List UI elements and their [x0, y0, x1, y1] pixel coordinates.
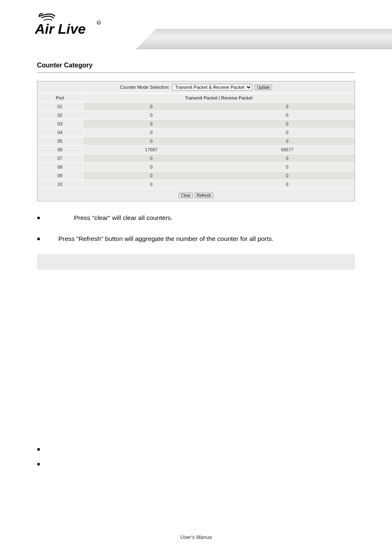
port-cell: 02: [37, 111, 83, 120]
bullet-square: ■: [37, 461, 355, 467]
mode-select[interactable]: Transmit Packet & Receive Packet: [172, 84, 252, 90]
mode-selection-row: Counter Mode Selection: Transmit Packet …: [37, 81, 355, 93]
port-cell: 09: [37, 171, 83, 180]
rx-cell: 0: [220, 120, 355, 128]
port-cell: 04: [37, 128, 83, 137]
page-header: Air Live R: [0, 0, 392, 47]
table-row: 0200: [37, 111, 355, 120]
tx-cell: 0: [83, 137, 220, 146]
update-button[interactable]: Update: [255, 85, 272, 90]
table-row: 0500: [37, 137, 355, 146]
table-row: 0700: [37, 154, 355, 163]
tx-cell: 0: [83, 120, 220, 128]
clear-button[interactable]: Clear: [179, 193, 193, 198]
counter-table-box: Counter Mode Selection: Transmit Packet …: [37, 81, 355, 201]
table-row: 0800: [37, 163, 355, 171]
bullet-item: Press "Refresh" button will aggregate th…: [37, 234, 355, 243]
port-header: Port: [37, 94, 83, 102]
table-row: 1000: [37, 180, 355, 189]
rx-cell: 0: [220, 128, 355, 137]
tx-cell: 0: [83, 154, 220, 163]
rx-cell: 0: [220, 171, 355, 180]
table-row: 061768758577: [37, 146, 355, 154]
rx-cell: 0: [220, 137, 355, 146]
tx-cell: 0: [83, 102, 220, 111]
port-cell: 08: [37, 163, 83, 171]
button-row: Clear Refresh: [37, 188, 355, 201]
tx-cell: 0: [83, 163, 220, 171]
port-cell: 01: [37, 102, 83, 111]
counter-table: Port Transmit Packet | Receive Packet 01…: [37, 93, 355, 188]
port-cell: 07: [37, 154, 83, 163]
port-cell: 03: [37, 120, 83, 128]
bullet-square: ■: [37, 446, 355, 452]
table-row: 0400: [37, 128, 355, 137]
gray-bar: [37, 254, 355, 270]
lone-bullets: ■ ■: [37, 446, 355, 467]
rx-cell: 0: [220, 102, 355, 111]
table-row: 0900: [37, 171, 355, 180]
tx-cell: 0: [83, 180, 220, 189]
svg-text:Air Live: Air Live: [35, 21, 85, 37]
bullet-list: Press "clear" will clear all counters.: [37, 213, 355, 222]
tx-cell: 17687: [83, 146, 220, 154]
table-row: 0100: [37, 102, 355, 111]
mode-label: Counter Mode Selection:: [120, 85, 170, 90]
header-stripe: [136, 29, 392, 49]
rx-cell: 0: [220, 163, 355, 171]
rx-cell: 0: [220, 111, 355, 120]
tx-cell: 0: [83, 128, 220, 137]
rx-cell: 0: [220, 180, 355, 189]
page-footer: User's Manua: [0, 534, 392, 540]
refresh-button[interactable]: Refresh: [195, 193, 213, 198]
data-header: Transmit Packet | Receive Packet: [83, 94, 355, 102]
bullet-item: Press "clear" will clear all counters.: [37, 213, 355, 222]
tx-cell: 0: [83, 111, 220, 120]
table-row: 0300: [37, 120, 355, 128]
section-title: Counter Category: [37, 62, 355, 69]
rx-cell: 58577: [220, 146, 355, 154]
airlive-logo: Air Live R: [35, 10, 111, 41]
title-underline: [37, 72, 355, 73]
bullet-list: Press "Refresh" button will aggregate th…: [37, 234, 355, 243]
rx-cell: 0: [220, 154, 355, 163]
port-cell: 05: [37, 137, 83, 146]
svg-text:R: R: [98, 22, 99, 24]
port-cell: 06: [37, 146, 83, 154]
port-cell: 10: [37, 180, 83, 189]
tx-cell: 0: [83, 171, 220, 180]
